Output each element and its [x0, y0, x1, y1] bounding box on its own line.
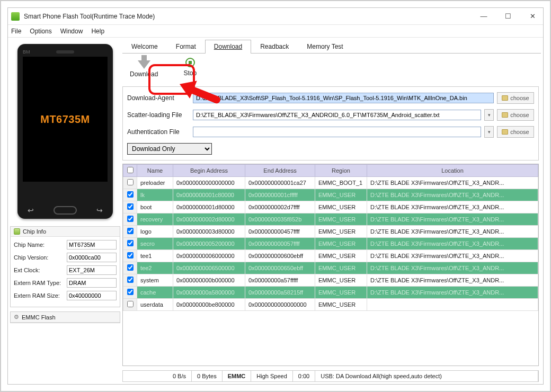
cell-location: D:\ZTE BLADE X3\Firmwares\Off\ZTE_X3_AND…	[367, 189, 538, 201]
table-row[interactable]: boot 0x0000000001d80000 0x0000000002d7ff…	[123, 201, 538, 213]
cell-region: EMMC_USER	[315, 238, 367, 250]
auth-dropdown[interactable]: ▾	[484, 126, 494, 138]
table-row[interactable]: preloader 0x0000000000000000 0x000000000…	[123, 177, 538, 189]
cell-name: cache	[137, 287, 173, 299]
maximize-button[interactable]: ☐	[501, 12, 516, 20]
mode-select[interactable]: Download Only	[127, 143, 212, 155]
cell-name: userdata	[137, 299, 173, 311]
cell-region: EMMC_USER	[315, 213, 367, 226]
col-begin[interactable]: Begin Address	[173, 165, 245, 177]
row-checkbox[interactable]	[127, 179, 134, 185]
table-row[interactable]: logo 0x0000000003d80000 0x000000000457ff…	[123, 226, 538, 238]
scatter-dropdown[interactable]: ▾	[484, 109, 494, 121]
cell-location: D:\ZTE BLADE X3\Firmwares\Off\ZTE_X3_AND…	[367, 274, 538, 287]
stop-label: Stop	[183, 69, 197, 77]
table-row[interactable]: secro 0x0000000005200000 0x000000000057f…	[123, 238, 538, 250]
tab-welcome[interactable]: Welcome	[122, 40, 167, 54]
cell-name: secro	[137, 238, 173, 250]
row-checkbox[interactable]	[127, 228, 134, 234]
cell-begin: 0x0000000001c80000	[173, 189, 245, 201]
chip-info-value[interactable]	[67, 253, 117, 262]
col-region[interactable]: Region	[315, 165, 367, 177]
menu-file[interactable]: File	[11, 28, 21, 35]
row-checkbox[interactable]	[127, 240, 134, 246]
auth-input[interactable]	[193, 127, 481, 137]
row-checkbox[interactable]	[127, 264, 134, 271]
scatter-choose-button[interactable]: choose	[497, 109, 534, 121]
tab-readback[interactable]: Readback	[251, 40, 298, 54]
app-icon	[11, 12, 20, 21]
table-row[interactable]: cache 0x00000000a5800000 0x00000000a5821…	[123, 287, 538, 299]
cell-end: 0x00000000a57fffff	[245, 274, 315, 287]
col-end[interactable]: End Address	[245, 165, 315, 177]
row-checkbox[interactable]	[127, 203, 134, 210]
select-all-checkbox[interactable]	[127, 167, 134, 173]
home-icon	[54, 206, 77, 215]
recent-icon: ↪	[96, 206, 103, 215]
table-row[interactable]: system 0x000000000b000000 0x00000000a57f…	[123, 274, 538, 287]
cell-location	[367, 299, 538, 311]
cell-region: EMMC_USER	[315, 287, 367, 299]
col-name[interactable]: Name	[137, 165, 173, 177]
chip-icon	[14, 228, 20, 235]
chip-info-label: Chip Name:	[14, 242, 67, 248]
scatter-label: Scatter-loading File	[127, 111, 190, 119]
stop-button[interactable]: Stop	[183, 58, 197, 77]
folder-icon	[502, 129, 508, 135]
row-checkbox[interactable]	[127, 289, 134, 295]
tabs: Welcome Format Download Readback Memory …	[122, 40, 541, 54]
row-checkbox[interactable]	[127, 301, 134, 307]
chip-info-value[interactable]	[67, 265, 117, 275]
cell-begin: 0x0000000006000000	[173, 250, 245, 262]
cell-end: 0x000000000457ffff	[245, 226, 315, 238]
chip-info-value[interactable]	[67, 240, 117, 250]
tab-format[interactable]: Format	[167, 40, 205, 54]
table-row[interactable]: tee2 0x0000000006500000 0x000000000650eb…	[123, 262, 538, 274]
phone-nav: ↩ ↪	[17, 206, 113, 215]
minimize-button[interactable]: —	[476, 12, 491, 20]
chip-info-value[interactable]	[67, 291, 117, 300]
titlebar: Smart Phone Flash Tool(Runtime Trace Mod…	[8, 8, 543, 25]
cell-location: D:\ZTE BLADE X3\Firmwares\Off\ZTE_X3_AND…	[367, 201, 538, 213]
emmc-header: EMMC Flash	[22, 314, 56, 320]
close-button[interactable]: ✕	[525, 12, 540, 20]
phone-screen: MT6735M	[23, 57, 108, 182]
download-button[interactable]: Download	[130, 57, 158, 78]
cell-region: EMMC_USER	[315, 226, 367, 238]
tab-download[interactable]: Download	[205, 40, 251, 54]
status-rate: 0 B/s	[123, 371, 192, 381]
row-checkbox[interactable]	[127, 191, 134, 198]
table-row[interactable]: lk 0x0000000001c80000 0x0000000001cfffff…	[123, 189, 538, 201]
status-bytes: 0 Bytes	[192, 371, 223, 381]
partition-table: Name Begin Address End Address Region Lo…	[122, 164, 539, 366]
row-checkbox[interactable]	[127, 252, 134, 259]
cell-name: lk	[137, 189, 173, 201]
cell-name: preloader	[137, 177, 173, 189]
table-row[interactable]: tee1 0x0000000006000000 0x000000000600eb…	[123, 250, 538, 262]
table-row[interactable]: userdata 0x00000000be800000 0x0000000000…	[123, 299, 538, 311]
da-choose-button[interactable]: choose	[497, 92, 534, 104]
menu-help[interactable]: Help	[91, 28, 104, 35]
chip-info-value[interactable]	[67, 278, 117, 288]
cell-name: system	[137, 274, 173, 287]
row-checkbox[interactable]	[127, 277, 134, 283]
menu-options[interactable]: Options	[30, 28, 51, 35]
cell-location: D:\ZTE BLADE X3\Firmwares\Off\ZTE_X3_AND…	[367, 262, 538, 274]
tab-memory-test[interactable]: Memory Test	[298, 40, 352, 54]
cell-end: 0x00000000a58215ff	[245, 287, 315, 299]
da-input[interactable]	[193, 93, 494, 103]
auth-choose-button[interactable]: choose	[497, 126, 534, 138]
col-location[interactable]: Location	[367, 165, 538, 177]
scatter-input[interactable]	[193, 110, 481, 120]
cell-region: EMMC_USER	[315, 250, 367, 262]
cell-end: 0x0000000035f852b	[245, 213, 315, 226]
row-checkbox[interactable]	[127, 216, 134, 222]
menubar: File Options Window Help	[8, 25, 543, 38]
chip-label: MT6735M	[40, 113, 90, 126]
cell-region: EMMC_USER	[315, 262, 367, 274]
download-arrow-icon	[138, 60, 150, 69]
cell-begin: 0x00000000a5800000	[173, 287, 245, 299]
table-row[interactable]: recovery 0x0000000002d80000 0x0000000035…	[123, 213, 538, 226]
menu-window[interactable]: Window	[60, 28, 83, 35]
phone-speaker	[56, 50, 74, 54]
